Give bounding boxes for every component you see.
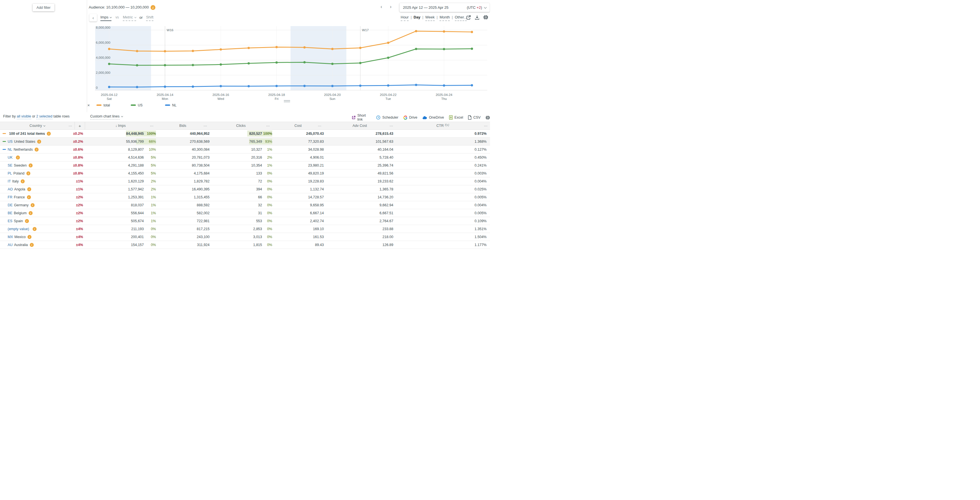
open-in-new-icon[interactable] (466, 15, 471, 20)
column-menu-icon[interactable]: ⋯ (266, 124, 270, 128)
table-row[interactable]: MX Mexico i ±4% 200,4010% 243,100 3,0130… (0, 233, 490, 241)
date-prev-button[interactable]: ‹ (380, 4, 382, 10)
table-row[interactable]: IT Italy i ±1% 1,620,1292% 1,829,782 720… (0, 177, 490, 185)
csv-button[interactable]: CSV (468, 115, 480, 120)
info-icon[interactable]: i (25, 219, 29, 223)
chevron-down-icon (43, 124, 45, 126)
date-next-button[interactable]: › (390, 4, 391, 10)
country-code-link[interactable]: SE (8, 163, 13, 168)
google-drive-button[interactable]: Drive (403, 115, 417, 120)
onedrive-button[interactable]: OneDrive (422, 115, 444, 120)
chart-resize-handle[interactable] (284, 100, 290, 103)
country-code-link[interactable]: (empty value) (8, 227, 29, 231)
vs-label: vs (115, 15, 119, 19)
granularity-other[interactable]: Other... (455, 15, 467, 21)
info-icon[interactable]: i (33, 227, 37, 231)
table-row[interactable]: (empty value) i ±4% 211,1930% 817,215 2,… (0, 225, 490, 233)
table-row[interactable]: BE Belgium i ±2% 556,6441% 582,002 310% … (0, 209, 490, 217)
google-drive-icon (403, 115, 407, 120)
granularity-hour[interactable]: Hour (401, 15, 409, 21)
info-icon[interactable]: i (151, 5, 155, 10)
info-icon[interactable]: i (27, 187, 31, 191)
add-filter-button[interactable]: Add filter (33, 4, 54, 11)
column-menu-icon[interactable]: ⋯ (390, 124, 394, 128)
chart-back-button[interactable]: ‹ (89, 14, 97, 22)
column-header-imps[interactable]: ↓ Imps ⋯ (85, 122, 156, 129)
info-icon[interactable]: i (47, 132, 51, 136)
info-icon[interactable]: i (26, 171, 30, 176)
info-icon[interactable]: i (21, 179, 25, 183)
column-menu-icon[interactable]: ⋯ (204, 124, 208, 128)
table-row[interactable]: UK i ±0.8% 4,514,6365% 20,781,073 20,316… (0, 153, 490, 161)
granularity-day[interactable]: Day (414, 15, 420, 21)
country-code-link[interactable]: FR (8, 195, 13, 199)
column-header-ctr[interactable]: CTRf(x) ⋯ (396, 122, 490, 129)
gear-icon[interactable] (483, 15, 488, 20)
column-menu-icon[interactable]: ⋯ (318, 124, 322, 128)
ctr-value: 0.972% (475, 132, 487, 136)
column-menu-icon[interactable]: ⋯ (68, 124, 73, 128)
info-icon[interactable]: i (30, 203, 35, 207)
country-code-link[interactable]: DE (8, 203, 13, 207)
info-icon[interactable]: i (27, 195, 31, 199)
granularity-month[interactable]: Month (439, 15, 450, 21)
column-menu-icon[interactable]: ⋯ (150, 124, 154, 128)
country-code-link[interactable]: UK (8, 155, 13, 160)
country-code-link[interactable]: IT (8, 179, 11, 183)
country-code-link[interactable]: AU (8, 243, 13, 247)
table-row[interactable]: 100 of 241 total items i ±0.2% 84,448,94… (0, 130, 490, 137)
table-row[interactable]: US United States i ±0.2% 55,936,79966% 2… (0, 137, 490, 145)
legend-item-NL[interactable]: NL (165, 103, 197, 107)
excel-button[interactable]: Excel (449, 115, 463, 120)
country-code-link[interactable]: BE (8, 211, 13, 215)
info-icon[interactable]: i (35, 147, 38, 152)
legend-item-total[interactable]: total (96, 103, 129, 107)
legend-item-US[interactable]: US (131, 103, 163, 107)
timeseries-chart[interactable]: 02,000,0004,000,0006,000,0008,000,000W16… (87, 23, 490, 101)
clicks-value: 32 (258, 203, 262, 207)
column-menu-icon[interactable]: ⋯ (484, 124, 488, 128)
date-range-picker[interactable]: 2025 Apr 12 — 2025 Apr 25 (UTC +2) (399, 3, 490, 12)
download-icon[interactable] (475, 15, 479, 20)
info-icon[interactable]: i (37, 140, 41, 144)
info-icon[interactable]: i (30, 243, 34, 247)
custom-chart-lines-select[interactable]: Custom chart lines (90, 114, 123, 118)
info-icon[interactable]: i (27, 235, 32, 239)
table-row[interactable]: AU Australia i ±4% 154,1570% 311,924 1,8… (0, 241, 490, 249)
table-row[interactable]: FR France i ±2% 1,253,3911% 1,315,455 66… (0, 193, 490, 201)
filter-all-visible-link[interactable]: all visible (17, 114, 31, 119)
info-icon[interactable]: i (16, 155, 20, 160)
country-code-link[interactable]: PL (8, 171, 12, 176)
country-code-link[interactable]: MX (8, 235, 13, 239)
scheduler-button[interactable]: Scheduler (376, 115, 398, 120)
secondary-metric-select[interactable]: Metric (123, 15, 136, 21)
imps-value: 211,193 (131, 227, 144, 231)
column-header-country[interactable]: Country ⋯ (0, 122, 75, 129)
column-header-adv-cost[interactable]: Adv Cost ⋯ (324, 122, 396, 129)
shift-select[interactable]: Shift (146, 15, 153, 21)
table-row[interactable]: NL Netherlands i ±0.6% 8,129,80710% 40,3… (0, 145, 490, 153)
onedrive-icon (422, 116, 427, 120)
table-row[interactable]: SE Sweden i ±0.8% 4,291,1885% 80,738,504… (0, 161, 490, 169)
info-icon[interactable]: i (29, 163, 33, 168)
add-column-button[interactable]: + (75, 122, 85, 129)
column-header-clicks[interactable]: Clicks ⋯ (210, 122, 272, 129)
info-icon[interactable]: i (29, 211, 33, 215)
country-code-link[interactable]: ES (8, 219, 13, 223)
column-header-cost[interactable]: Cost ⋯ (272, 122, 324, 129)
country-code-link[interactable]: AO (8, 187, 13, 191)
table-row[interactable]: DE Germany i ±2% 818,0371% 888,592 320% … (0, 201, 490, 209)
svg-text:2025-04-14: 2025-04-14 (156, 93, 173, 96)
table-row[interactable]: PL Poland i ±0.8% 4,155,4505% 4,175,684 … (0, 169, 490, 177)
short-link-button[interactable]: Short link (352, 113, 371, 121)
filter-selected-link[interactable]: 2 selected (36, 114, 52, 119)
country-code-link[interactable]: US (8, 140, 13, 144)
column-header-bids[interactable]: Bids ⋯ (156, 122, 210, 129)
primary-metric-select[interactable]: Imps (100, 15, 111, 21)
table-row[interactable]: AO Angola i ±1% 1,577,9422% 16,490,395 3… (0, 185, 490, 193)
table-settings-gear-icon[interactable] (485, 115, 490, 120)
table-row[interactable]: ES Spain i ±2% 505,6741% 722,981 5530% 2… (0, 217, 490, 225)
country-code-link[interactable]: NL (8, 147, 12, 152)
close-icon[interactable]: × (88, 103, 94, 107)
granularity-week[interactable]: Week (425, 15, 435, 21)
